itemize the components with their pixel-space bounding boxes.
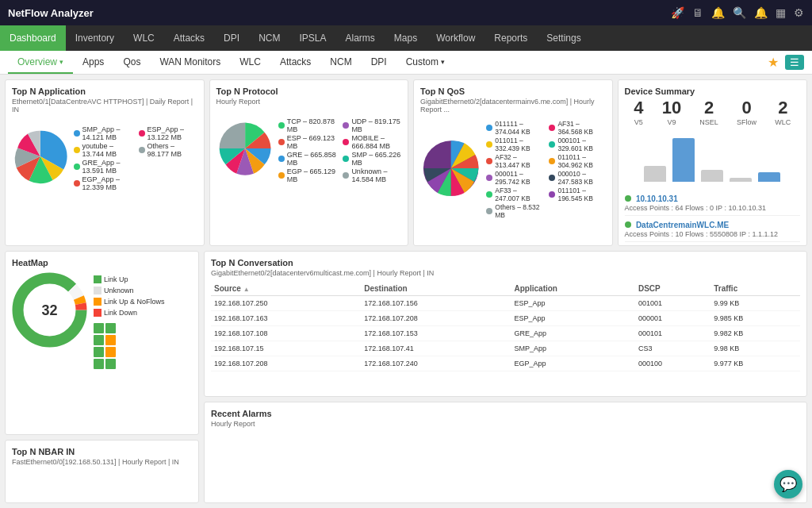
dashboard-grid-button[interactable]: ☰ <box>785 55 804 70</box>
chat-fab-button[interactable]: 💬 <box>774 470 802 498</box>
legend-dot <box>549 158 555 164</box>
subnav-apps[interactable]: Apps <box>73 51 113 74</box>
recent-alarms-subtitle: Hourly Report <box>211 420 800 428</box>
legend-link-up: Link Up <box>94 275 165 283</box>
top-n-protocol-pie <box>216 109 274 188</box>
col-source[interactable]: Source ▲ <box>211 282 361 296</box>
heatmap-card: HeatMap 32 Link Up Unknow <box>5 251 199 435</box>
hm-cell <box>94 347 104 357</box>
nav-settings[interactable]: Settings <box>537 25 590 51</box>
legend-dot <box>343 139 349 145</box>
top-n-qos-legend: 011111 – 374.044 KB AF31 – 364.568 KB 01… <box>486 120 605 219</box>
alert-icon[interactable]: 🔔 <box>754 6 768 19</box>
hm-cell <box>94 323 104 333</box>
subnav-wan-monitors[interactable]: WAN Monitors <box>150 51 230 74</box>
legend-item: GRE – 665.858 MB <box>278 151 337 167</box>
recent-alarms-title: Recent Alarms <box>211 409 800 418</box>
bar-wlc <box>758 172 780 182</box>
notification-icon[interactable]: 🔔 <box>711 6 725 19</box>
heatmap-donut: 32 <box>12 272 87 348</box>
subnav-custom[interactable]: Custom ▾ <box>396 51 454 74</box>
top-row: Top N Application Ethernet0/1[DataCentre… <box>5 79 807 246</box>
subnav-dpi[interactable]: DPI <box>362 51 396 74</box>
legend-dot <box>74 180 80 187</box>
subnav-attacks[interactable]: Attacks <box>270 51 320 74</box>
table-row: 192.168.107.250 172.168.107.156 ESP_App … <box>211 296 800 311</box>
hm-cell <box>105 359 116 369</box>
legend-item: SMP_App – 14.121 MB <box>74 125 132 141</box>
top-bar: NetFlow Analyzer 🚀 🖥 🔔 🔍 🔔 ▦ ⚙ <box>0 0 812 25</box>
top-n-protocol-card: Top N Protocol Hourly Report TCP – 820.8… <box>209 79 409 246</box>
nav-reports[interactable]: Reports <box>485 25 537 51</box>
nav-maps[interactable]: Maps <box>385 25 427 51</box>
nav-wlc[interactable]: WLC <box>124 25 164 51</box>
hm-col <box>94 323 104 369</box>
top-n-conversation-subtitle: GigabitEthernet0/2[datacenterv6multicast… <box>211 269 800 277</box>
subnav-wlc[interactable]: WLC <box>230 51 270 74</box>
legend-item: TCP – 820.878 MB <box>278 117 337 133</box>
nav-ncm[interactable]: NCM <box>249 25 289 51</box>
left-column: HeatMap 32 Link Up Unknow <box>5 251 199 503</box>
col-dscp[interactable]: DSCP <box>635 282 710 296</box>
gear-icon[interactable]: ⚙ <box>794 6 804 19</box>
heatmap-content: 32 Link Up Unknown Link Up & NoFlows Lin… <box>12 272 192 369</box>
legend-dot <box>486 191 492 198</box>
legend-dot <box>74 164 80 170</box>
top-n-application-title: Top N Application <box>12 87 197 96</box>
legend-item: 011011 – 304.962 KB <box>549 153 605 169</box>
col-application[interactable]: Application <box>511 282 635 296</box>
nav-alarms[interactable]: Alarms <box>335 25 384 51</box>
device-item-2: DataCentremainWLC.ME Access Points : 10 … <box>625 216 800 242</box>
legend-item: EGP_App – 12.339 MB <box>74 175 132 191</box>
top-n-conversation-card: Top N Conversation GigabitEthernet0/2[da… <box>204 251 807 397</box>
bar-sflow <box>730 178 752 182</box>
legend-item: EGP – 665.129 MB <box>278 167 337 183</box>
legend-item: GRE_App – 13.591 MB <box>74 159 132 175</box>
legend-dot <box>343 156 349 162</box>
hm-cell <box>105 335 116 345</box>
legend-item: 000011 – 295.742 KB <box>486 170 542 186</box>
rocket-icon[interactable]: 🚀 <box>671 6 684 19</box>
legend-dot <box>278 139 285 145</box>
top-bar-icons: 🚀 🖥 🔔 🔍 🔔 ▦ ⚙ <box>671 6 804 19</box>
table-row: 192.168.107.163 172.168.107.208 ESP_App … <box>211 311 800 326</box>
nav-dashboard[interactable]: Dashboard <box>0 25 66 51</box>
top-n-protocol-subtitle: Hourly Report <box>216 98 402 106</box>
subnav-ncm[interactable]: NCM <box>320 51 361 74</box>
col-destination[interactable]: Destination <box>361 282 511 296</box>
legend-dot <box>343 122 349 129</box>
nav-inventory[interactable]: Inventory <box>66 25 124 51</box>
legend-item: 011101 – 196.545 KB <box>549 187 605 202</box>
legend-dot <box>139 130 145 137</box>
sub-nav: Overview ▾ Apps Qos WAN Monitors WLC Att… <box>0 51 812 75</box>
col-traffic[interactable]: Traffic <box>710 282 800 296</box>
monitor-icon[interactable]: 🖥 <box>692 6 703 19</box>
donut-count: 32 <box>41 302 57 318</box>
subnav-qos[interactable]: Qos <box>113 51 150 74</box>
legend-dot <box>549 141 555 148</box>
legend-item: Unknown – 14.584 MB <box>343 167 401 183</box>
favorite-star-icon[interactable]: ★ <box>768 55 779 70</box>
grid-icon[interactable]: ▦ <box>776 6 786 19</box>
table-row: 192.168.107.208 172.168.107.240 EGP_App … <box>211 356 800 371</box>
bottom-middle-column: Top N Conversation GigabitEthernet0/2[da… <box>204 251 807 503</box>
overview-dropdown-icon: ▾ <box>59 58 63 66</box>
legend-dot <box>549 191 555 198</box>
search-icon[interactable]: 🔍 <box>733 6 746 19</box>
legend-dot <box>343 172 349 179</box>
subnav-overview[interactable]: Overview ▾ <box>8 51 73 74</box>
bar-v9 <box>672 138 695 182</box>
legend-dot <box>486 125 492 131</box>
nav-attacks[interactable]: Attacks <box>164 25 214 51</box>
hm-cell <box>105 323 116 333</box>
top-n-qos-title: Top N QoS <box>420 87 606 96</box>
legend-dot <box>74 147 80 153</box>
status-indicator <box>625 195 631 202</box>
nav-ipsla[interactable]: IPSLA <box>289 25 335 51</box>
device-item-1: 10.10.10.31 Access Points : 64 Flows : 0… <box>625 190 800 216</box>
hm-col <box>105 323 116 369</box>
legend-item: AF32 – 313.447 KB <box>486 153 542 169</box>
nav-workflow[interactable]: Workflow <box>427 25 485 51</box>
legend-dot <box>486 158 492 164</box>
nav-dpi[interactable]: DPI <box>214 25 249 51</box>
